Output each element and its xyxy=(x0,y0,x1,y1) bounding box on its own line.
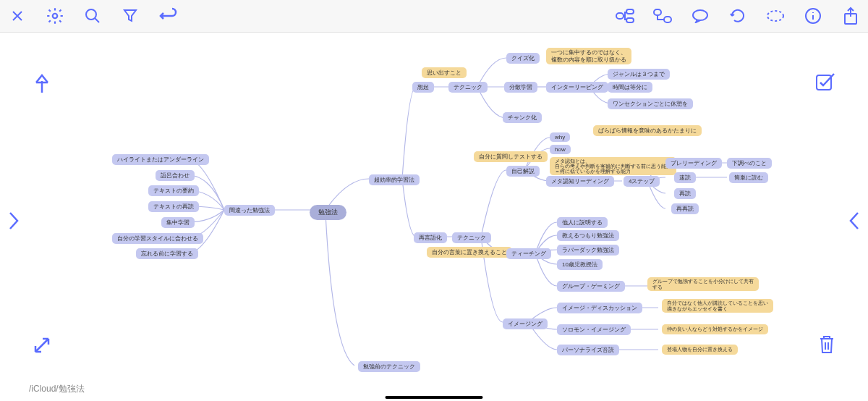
note[interactable]: 自分ではなく他人が講読していることを思い 描きながらエッセイを書く xyxy=(662,299,773,313)
note[interactable]: 登場人物を自分に置き換える xyxy=(662,345,738,355)
gear-icon[interactable] xyxy=(43,4,67,28)
canvas[interactable]: 勉強法 間違った勉強法 ハイライトまたはアンダーライン 語呂合わせ テキストの要… xyxy=(0,33,868,401)
trash-icon[interactable] xyxy=(818,334,835,358)
lasso-icon[interactable] xyxy=(764,4,787,28)
svg-rect-3 xyxy=(626,9,634,14)
subnode-icon[interactable] xyxy=(651,4,674,28)
node[interactable]: ラバーダック勉強法 xyxy=(557,245,619,256)
node[interactable]: 語呂合わせ xyxy=(156,170,195,181)
node[interactable]: 時間は等分に xyxy=(608,82,652,93)
node[interactable]: パーソナライズ音読 xyxy=(557,345,619,355)
connectors xyxy=(0,33,868,401)
node[interactable]: 勉強前のテクニック xyxy=(358,361,420,372)
note[interactable]: ばらばら情報を意味のあるかたまりに xyxy=(593,125,702,136)
checkbox-icon[interactable] xyxy=(815,72,835,94)
node[interactable]: 間違った勉強法 xyxy=(224,205,275,216)
node[interactable]: 再言語化 xyxy=(414,232,447,243)
toolbar xyxy=(0,0,868,33)
svg-point-8 xyxy=(767,11,783,21)
node[interactable]: 他人に説明する xyxy=(557,217,608,228)
node[interactable]: 分散学習 xyxy=(504,82,537,93)
note[interactable]: 自分に質問しテストする xyxy=(474,151,548,162)
share-icon[interactable] xyxy=(839,4,862,28)
node[interactable]: メタ認知リーディング xyxy=(546,176,614,187)
breadcrumb: /iCloud/勉強法 xyxy=(29,383,85,395)
note[interactable]: 仲の良い人ならどう対処するかをイメージ xyxy=(662,324,768,334)
node[interactable]: 想起 xyxy=(412,82,434,93)
node[interactable]: why xyxy=(550,132,570,142)
node[interactable]: インターリービング xyxy=(546,82,608,93)
root-node[interactable]: 勉強法 xyxy=(310,205,346,220)
info-icon[interactable] xyxy=(801,4,825,28)
node[interactable]: 自分の学習スタイルに合わせる xyxy=(112,233,203,244)
note[interactable]: 自分の言葉に置き換えること xyxy=(427,247,512,258)
node[interactable]: チャンク化 xyxy=(503,112,542,123)
node[interactable]: 速読 xyxy=(674,172,696,183)
node[interactable]: 忘れる前に学習する xyxy=(136,248,198,259)
node[interactable]: 超効率的学習法 xyxy=(369,174,420,185)
node[interactable]: イメージング xyxy=(503,318,548,329)
expand-icon[interactable] xyxy=(33,336,51,358)
node[interactable]: グループ・ゲーミング xyxy=(557,281,625,292)
node[interactable]: イメージ・ディスカッション xyxy=(557,303,642,313)
node[interactable]: ソロモン・イメージング xyxy=(557,324,631,335)
up-arrow-icon[interactable] xyxy=(33,72,51,97)
svg-rect-5 xyxy=(654,9,661,15)
node[interactable]: テクニック xyxy=(448,82,488,93)
node[interactable]: how xyxy=(550,145,571,154)
node[interactable]: 再再読 xyxy=(671,203,699,214)
node[interactable]: 10歳児教授法 xyxy=(557,259,603,270)
bubble-icon[interactable] xyxy=(689,4,712,28)
search-icon[interactable] xyxy=(81,4,104,28)
svg-point-1 xyxy=(86,9,96,20)
svg-rect-6 xyxy=(664,17,671,22)
note[interactable]: 思い出すこと xyxy=(422,67,467,78)
svg-point-0 xyxy=(53,14,58,19)
node[interactable]: 集中学習 xyxy=(161,217,195,228)
node[interactable]: クイズ化 xyxy=(506,53,540,64)
node[interactable]: ハイライトまたはアンダーライン xyxy=(112,154,209,165)
svg-rect-11 xyxy=(817,75,831,90)
node[interactable]: ジャンルは３つまで xyxy=(608,69,670,80)
note[interactable]: グループで勉強することを小分けにして共有 する xyxy=(647,277,759,291)
refresh-icon[interactable] xyxy=(726,4,749,28)
node[interactable]: プレリーディング xyxy=(665,158,722,169)
node[interactable]: テクニック xyxy=(452,232,491,243)
node[interactable]: ティーチング xyxy=(506,248,551,259)
svg-rect-2 xyxy=(616,13,624,19)
node[interactable]: 下調べのこと xyxy=(727,158,772,169)
next-icon[interactable] xyxy=(7,210,20,235)
node[interactable]: 再読 xyxy=(674,188,696,199)
svg-point-7 xyxy=(693,10,707,20)
undo-icon[interactable] xyxy=(156,4,179,28)
node-icon[interactable] xyxy=(613,4,637,28)
prev-icon[interactable] xyxy=(848,210,861,235)
node[interactable]: テキストの要約 xyxy=(148,185,199,196)
filter-icon[interactable] xyxy=(119,4,142,28)
node[interactable]: ワンセクションごとに休憩を xyxy=(608,98,693,109)
note[interactable]: メタ認知とは、 自らの考えや判断を客観的に判断する前に思う能力 ＝何に似ているか… xyxy=(550,157,676,175)
node[interactable]: 教えるつもり勉強法 xyxy=(557,230,619,241)
node[interactable]: 簡単に読む xyxy=(729,172,768,183)
node[interactable]: テキストの再読 xyxy=(148,201,199,212)
node[interactable]: 4ステップ xyxy=(624,176,660,187)
node[interactable]: 自己解説 xyxy=(506,166,540,177)
home-indicator xyxy=(386,396,483,399)
svg-rect-4 xyxy=(626,18,634,22)
close-icon[interactable] xyxy=(6,4,29,28)
note[interactable]: 一つに集中するのではなく、 複数の内容を順に取り扱かる xyxy=(546,48,631,64)
